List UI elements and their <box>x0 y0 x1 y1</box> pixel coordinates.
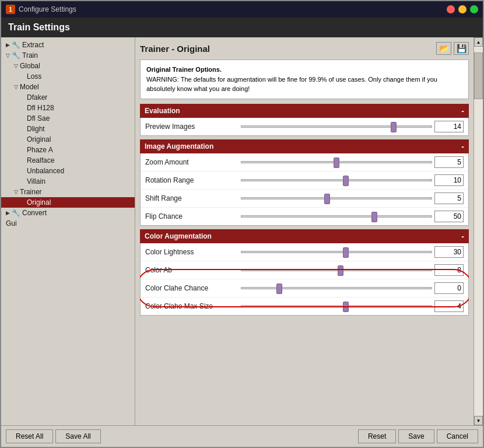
input-rotation-range[interactable] <box>434 174 464 186</box>
thumb-color-lightness[interactable] <box>343 247 349 258</box>
image-aug-collapse-btn[interactable]: - <box>461 142 464 151</box>
sidebar-item-phaze-a[interactable]: Phaze A <box>1 145 135 155</box>
model-expand-icon: ▽ <box>14 84 18 90</box>
row-shift-range: Shift Range <box>141 190 468 208</box>
sidebar-item-loss[interactable]: Loss <box>1 71 135 82</box>
close-button[interactable] <box>447 5 455 13</box>
app-icon: 1 <box>6 5 15 14</box>
scroll-thumb[interactable] <box>474 52 483 99</box>
sidebar-item-train[interactable]: ▽ 🔧 Train <box>1 50 135 61</box>
sidebar-item-convert[interactable]: ▶ 🔧 Convert <box>1 208 135 218</box>
row-preview-images: Preview Images <box>141 118 468 135</box>
thumb-flip-chance[interactable] <box>371 212 377 222</box>
save-all-button[interactable]: Save All <box>55 429 100 443</box>
sidebar-item-villain[interactable]: Villain <box>1 176 135 187</box>
sidebar-label-model: Model <box>20 83 39 91</box>
color-aug-collapse-btn[interactable]: - <box>461 232 464 241</box>
open-file-button[interactable]: 📂 <box>436 42 451 55</box>
slider-flip-chance[interactable] <box>239 215 434 218</box>
section-label-color-aug: Color Augmentation <box>145 232 212 240</box>
sidebar-item-dfl-h128[interactable]: Dfl H128 <box>1 103 135 113</box>
input-color-clahe-chance[interactable] <box>434 282 464 294</box>
section-header-image-aug[interactable]: Image Augmentation - <box>140 139 469 153</box>
sidebar-item-realface[interactable]: Realface <box>1 155 135 166</box>
row-color-lightness: Color Lightness <box>141 243 468 261</box>
cancel-button[interactable]: Cancel <box>437 429 478 443</box>
sidebar-item-model[interactable]: ▽ Model <box>1 82 135 92</box>
sidebar-item-global[interactable]: ▽ Global <box>1 61 135 71</box>
sidebar-item-dfaker[interactable]: Dfaker <box>1 92 135 103</box>
maximize-button[interactable] <box>470 5 478 13</box>
sidebar-item-unbalanced[interactable]: Unbalanced <box>1 166 135 176</box>
minimize-button[interactable] <box>458 5 467 13</box>
row-flip-chance: Flip Chance <box>141 208 468 225</box>
input-zoom-amount[interactable] <box>434 156 464 168</box>
input-flip-chance[interactable] <box>434 211 464 222</box>
sidebar-item-trainer[interactable]: ▽ Trainer <box>1 187 135 197</box>
sidebar-item-extract[interactable]: ▶ 🔧 Extract <box>1 40 135 50</box>
title-bar: 1 Configure Settings <box>1 1 483 18</box>
panel-header: Trainer - Original 📂 💾 <box>140 42 469 55</box>
track-color-ab <box>241 269 432 271</box>
track-color-clahe-chance <box>241 287 432 289</box>
thumb-color-clahe-max-size[interactable] <box>343 302 349 312</box>
input-color-clahe-max-size[interactable] <box>434 300 464 312</box>
input-preview-images[interactable] <box>434 121 464 132</box>
label-flip-chance: Flip Chance <box>145 212 239 220</box>
reset-button[interactable]: Reset <box>358 429 396 443</box>
sidebar-label-global: Global <box>20 62 40 70</box>
thumb-color-ab[interactable] <box>338 265 343 276</box>
extract-folder-icon: 🔧 <box>12 41 20 49</box>
thumb-zoom-amount[interactable] <box>334 158 339 168</box>
input-shift-range[interactable] <box>434 192 464 204</box>
scroll-down-button[interactable]: ▼ <box>474 416 483 425</box>
sidebar-item-original-model[interactable]: Original <box>1 134 135 145</box>
sidebar-item-trainer-original[interactable]: Original <box>1 197 135 208</box>
section-body-image-aug: Zoom Amount Rotation Range <box>140 153 469 226</box>
global-expand-icon: ▽ <box>14 63 18 69</box>
section-header-color-aug[interactable]: Color Augmentation - <box>140 229 469 243</box>
slider-rotation-range[interactable] <box>239 179 434 181</box>
input-color-lightness[interactable] <box>434 246 464 258</box>
thumb-color-clahe-chance[interactable] <box>276 284 282 294</box>
slider-zoom-amount[interactable] <box>239 161 434 163</box>
thumb-rotation-range[interactable] <box>343 176 349 186</box>
scrollbar: ▲ ▼ <box>474 37 483 425</box>
folder-icon: 📂 <box>439 44 449 53</box>
label-preview-images: Preview Images <box>145 123 239 131</box>
label-rotation-range: Rotation Range <box>145 176 239 184</box>
track-preview-images <box>241 125 432 128</box>
thumb-preview-images[interactable] <box>391 122 397 132</box>
warning-box: Original Trainer Options. WARNING: The d… <box>140 60 469 99</box>
slider-preview-images[interactable] <box>239 125 434 128</box>
slider-color-clahe-chance[interactable] <box>239 287 434 289</box>
track-rotation-range <box>241 179 432 181</box>
slider-shift-range[interactable] <box>239 197 434 200</box>
sidebar-item-dfl-sae[interactable]: Dfl Sae <box>1 113 135 124</box>
sidebar-item-dlight[interactable]: Dlight <box>1 124 135 134</box>
evaluation-collapse-btn[interactable]: - <box>461 106 464 116</box>
sidebar-item-gui[interactable]: Gui <box>1 218 135 229</box>
save-button[interactable]: Save <box>398 429 434 443</box>
reset-all-button[interactable]: Reset All <box>6 429 53 443</box>
section-image-augmentation: Image Augmentation - Zoom Amount <box>140 139 469 226</box>
slider-color-lightness[interactable] <box>239 251 434 253</box>
scroll-up-button[interactable]: ▲ <box>474 37 483 47</box>
title-bar-left: 1 Configure Settings <box>6 5 76 14</box>
label-color-clahe-max-size: Color Clahe Max Size <box>145 302 239 310</box>
thumb-shift-range[interactable] <box>324 194 330 204</box>
input-color-ab[interactable] <box>434 264 464 276</box>
footer-right: Reset Save Cancel <box>358 429 478 443</box>
slider-color-clahe-max-size[interactable] <box>239 305 434 307</box>
sidebar-label-trainer: Trainer <box>20 188 42 196</box>
sidebar-label-gui: Gui <box>6 219 17 228</box>
scroll-track <box>474 47 483 416</box>
save-file-button[interactable]: 💾 <box>454 42 469 55</box>
section-evaluation: Evaluation - Preview Images <box>140 104 469 136</box>
right-content: Trainer - Original 📂 💾 <box>135 37 483 425</box>
section-header-evaluation[interactable]: Evaluation - <box>140 104 469 118</box>
label-color-lightness: Color Lightness <box>145 248 239 256</box>
convert-folder-icon: 🔧 <box>12 209 20 217</box>
sidebar-label-trainer-original: Original <box>27 198 51 206</box>
slider-color-ab[interactable] <box>239 269 434 271</box>
